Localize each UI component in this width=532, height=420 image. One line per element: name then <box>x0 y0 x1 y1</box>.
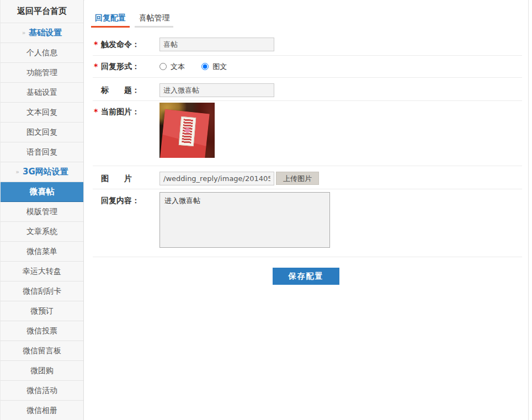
sidebar-item-basic-settings[interactable]: 基础设置 <box>1 83 83 103</box>
reply-content-textarea[interactable]: 进入微喜帖 <box>159 192 330 248</box>
image-text-radio[interactable] <box>201 63 209 70</box>
sidebar-item-wechat-vote[interactable]: 微信投票 <box>1 321 83 341</box>
current-image-label: * 当前图片： <box>94 103 159 158</box>
trigger-command-input[interactable] <box>159 38 274 51</box>
form-row-current-image: * 当前图片： <box>93 101 522 166</box>
sidebar-item-personal-info[interactable]: 个人信息 <box>1 43 83 63</box>
sidebar-item-image-text-reply[interactable]: 图文回复 <box>1 123 83 142</box>
section-bullet-icon: » <box>22 23 26 42</box>
upload-image-button[interactable]: 上传图片 <box>276 172 319 185</box>
sidebar-item-wechat-scratch-card[interactable]: 微信刮刮卡 <box>1 281 83 301</box>
sidebar: 返回平台首页 »基础设置 个人信息 功能管理 基础设置 文本回复 图文回复 语音… <box>0 0 84 420</box>
sidebar-item-wechat-menu[interactable]: 微信菜单 <box>1 242 83 262</box>
required-marker: * <box>94 38 101 51</box>
required-marker: * <box>94 61 101 72</box>
form-row-trigger-command: * 触发命令： <box>93 28 522 56</box>
title-input[interactable] <box>159 83 274 97</box>
wedding-card-image-preview <box>159 103 215 158</box>
tab-reply-config[interactable]: 回复配置 <box>91 13 130 28</box>
text-radio[interactable] <box>159 63 167 70</box>
section-bullet-icon: » <box>15 162 19 182</box>
sidebar-item-wechat-activity[interactable]: 微信活动 <box>1 381 83 401</box>
tab-invitation-management[interactable]: 喜帖管理 <box>135 13 173 28</box>
main-content: 回复配置 喜帖管理 * 触发命令： * 回复形式： <box>84 0 528 420</box>
reply-content-label: 回复内容： <box>94 192 159 250</box>
reply-type-label: * 回复形式： <box>94 61 159 72</box>
reply-config-form: * 触发命令： * 回复形式： 文本 图文 <box>93 28 522 285</box>
image-label: 图 片 <box>94 172 159 185</box>
sidebar-item-micro-group-buy[interactable]: 微团购 <box>1 361 83 381</box>
sidebar-item-feature-management[interactable]: 功能管理 <box>1 63 83 83</box>
sidebar-item-label: 3G网站设置 <box>23 167 68 177</box>
required-marker: * <box>94 107 101 158</box>
sidebar-item-basic-settings-section[interactable]: »基础设置 <box>1 23 83 43</box>
sidebar-item-micro-booking[interactable]: 微预订 <box>1 301 83 321</box>
form-actions: 保存配置 <box>93 257 522 285</box>
title-label: 标 题： <box>94 83 159 97</box>
sidebar-home-link[interactable]: 返回平台首页 <box>1 0 83 23</box>
invitation-label <box>179 116 196 146</box>
sidebar-item-wechat-message-board[interactable]: 微信留言板 <box>1 341 83 361</box>
sidebar-item-text-reply[interactable]: 文本回复 <box>1 103 83 123</box>
sidebar-item-3g-site-settings-section[interactable]: »3G网站设置 <box>1 162 83 182</box>
wechat-admin-page: 返回平台首页 »基础设置 个人信息 功能管理 基础设置 文本回复 图文回复 语音… <box>0 0 532 420</box>
reply-type-option-imagetext[interactable]: 图文 <box>201 62 227 71</box>
form-row-title: 标 题： <box>93 78 522 101</box>
sidebar-item-voice-reply[interactable]: 语音回复 <box>1 142 83 162</box>
form-row-image-path: 图 片 上传图片 <box>93 166 522 189</box>
form-row-reply-content: 回复内容： 进入微喜帖 <box>93 189 522 257</box>
sidebar-item-lucky-wheel[interactable]: 幸运大转盘 <box>1 262 83 281</box>
trigger-command-label: * 触发命令： <box>94 38 159 51</box>
image-path-input[interactable] <box>159 172 274 185</box>
save-config-button[interactable]: 保存配置 <box>273 268 339 285</box>
form-row-reply-type: * 回复形式： 文本 图文 <box>93 56 522 78</box>
sidebar-item-label: 基础设置 <box>29 28 62 38</box>
reply-type-option-text[interactable]: 文本 <box>159 62 187 71</box>
right-divider <box>528 0 529 420</box>
sidebar-item-wechat-album[interactable]: 微信相册 <box>1 401 83 420</box>
tab-bar: 回复配置 喜帖管理 <box>84 0 528 28</box>
sidebar-item-template-management[interactable]: 模版管理 <box>1 202 83 222</box>
sidebar-item-micro-invitation[interactable]: 微喜帖 <box>1 182 83 202</box>
sidebar-item-article-system[interactable]: 文章系统 <box>1 222 83 242</box>
